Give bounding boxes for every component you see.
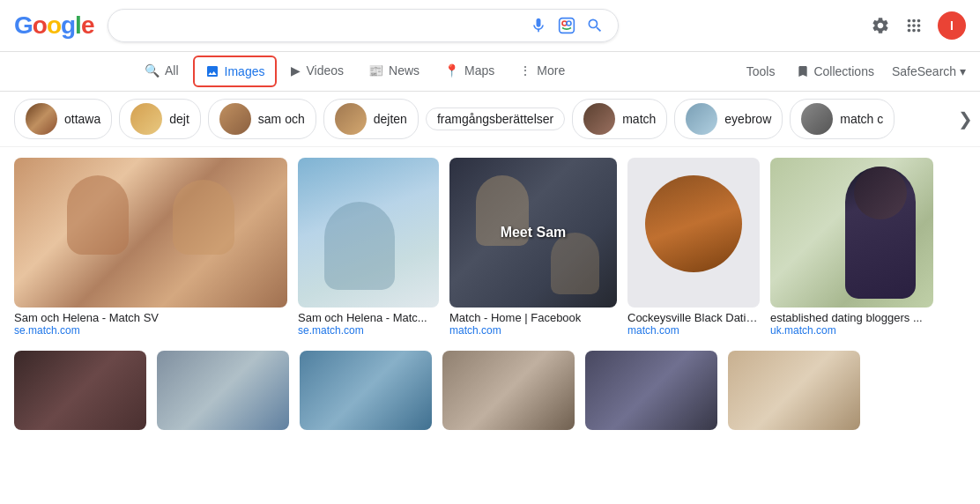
result-item-1-source: se.match.com — [14, 324, 287, 337]
chip-dejten-label: dejten — [374, 112, 407, 126]
safe-search-label: SafeSearch ▾ — [892, 64, 966, 78]
mic-icon — [530, 17, 547, 34]
chip-ottawa[interactable]: ottawa — [14, 99, 112, 139]
result-item-r2-2[interactable] — [157, 351, 289, 430]
result-item-2-image — [298, 158, 439, 308]
videos-icon: ▶ — [291, 63, 301, 78]
tab-maps-label: Maps — [464, 63, 494, 78]
svg-point-2 — [567, 21, 571, 26]
news-icon: 📰 — [368, 63, 383, 78]
tab-all[interactable]: 🔍 All — [132, 55, 191, 89]
settings-button[interactable] — [871, 16, 890, 35]
search-icons — [530, 17, 604, 34]
tab-videos[interactable]: ▶ Videos — [278, 55, 356, 89]
svg-rect-0 — [560, 19, 575, 33]
nav-tabs: 🔍 All Images ▶ Videos 📰 News 📍 Maps ⋮ Mo… — [0, 52, 980, 92]
lens-button[interactable] — [558, 17, 575, 34]
result-item-1[interactable]: Sam och Helena - Match SV se.match.com — [14, 158, 287, 337]
chip-eyebrow-label: eyebrow — [724, 112, 771, 126]
result-item-1-title: Sam och Helena - Match SV — [14, 311, 287, 324]
collections-button[interactable]: Collections — [796, 64, 873, 78]
chip-dejt[interactable]: dejt — [119, 99, 201, 139]
bookmark-icon — [796, 64, 810, 78]
chip-eyebrow-thumb — [686, 103, 717, 135]
result-item-r2-1[interactable] — [14, 351, 146, 430]
search-bar: site:match.com sam — [108, 9, 619, 42]
mic-button[interactable] — [530, 17, 547, 34]
search-button[interactable] — [586, 17, 604, 34]
filter-chips-bar: ottawa dejt sam och dejten framgångsberä… — [0, 92, 980, 147]
search-input[interactable]: site:match.com sam — [122, 18, 519, 33]
chip-match-thumb — [583, 103, 615, 135]
chip-match[interactable]: match — [572, 99, 667, 139]
result-item-r2-6-image — [728, 351, 860, 430]
tab-maps[interactable]: 📍 Maps — [432, 55, 507, 89]
result-item-1-image — [14, 158, 287, 308]
result-item-5-title: established dating bloggers ... — [770, 311, 933, 324]
nav-right-section: Tools Collections SafeSearch ▾ — [743, 56, 966, 87]
search-icon — [586, 17, 604, 34]
chip-dejten[interactable]: dejten — [323, 99, 419, 139]
result-item-4-source: match.com — [627, 324, 760, 337]
result-item-r2-4[interactable] — [442, 351, 575, 430]
safe-search-button[interactable]: SafeSearch ▾ — [892, 64, 966, 78]
chip-match-c[interactable]: match c — [790, 99, 895, 139]
results-row-1: Sam och Helena - Match SV se.match.com S… — [0, 147, 980, 340]
tab-news-label: News — [389, 63, 419, 78]
chip-framgangsberattelser-label: framgångsberättelser — [437, 112, 553, 126]
result-item-5-image — [770, 158, 933, 308]
result-item-r2-1-image — [14, 351, 146, 430]
chip-framgangsberattelser[interactable]: framgångsberättelser — [426, 107, 565, 130]
chip-dejten-thumb — [335, 103, 367, 135]
result-item-5-source: uk.match.com — [770, 324, 933, 337]
tab-videos-label: Videos — [306, 63, 344, 78]
result-item-3-source: match.com — [449, 324, 617, 337]
result-item-2[interactable]: Sam och Helena - Matc... se.match.com — [298, 158, 439, 337]
chip-match-c-thumb — [801, 103, 833, 135]
lens-icon — [558, 17, 575, 34]
images-tab-icon — [205, 64, 219, 78]
header-right: I — [871, 11, 966, 40]
all-icon: 🔍 — [145, 63, 160, 78]
result-item-r2-3[interactable] — [300, 351, 432, 430]
tools-label: Tools — [746, 64, 776, 78]
result-item-2-title: Sam och Helena - Matc... — [298, 311, 439, 324]
tools-button[interactable]: Tools — [743, 56, 779, 87]
result-item-3[interactable]: Meet Sam Match - Home | Facebook match.c… — [449, 158, 617, 337]
result-item-4[interactable]: Cockeysville Black Datin... match.com — [627, 158, 760, 337]
collections-label: Collections — [813, 64, 873, 78]
result-item-4-image — [627, 158, 760, 308]
apps-button[interactable] — [904, 16, 924, 35]
tab-more[interactable]: ⋮ More — [507, 55, 577, 89]
chip-sam-och[interactable]: sam och — [208, 99, 316, 139]
result-item-r2-5-image — [585, 351, 717, 430]
google-logo: Google — [14, 11, 93, 40]
result-item-5[interactable]: established dating bloggers ... uk.match… — [770, 158, 933, 337]
tab-images[interactable]: Images — [193, 56, 278, 87]
apps-icon — [904, 16, 924, 35]
tab-images-label: Images — [225, 64, 265, 78]
chip-eyebrow[interactable]: eyebrow — [674, 99, 783, 139]
result-item-3-image: Meet Sam — [449, 158, 617, 308]
tab-news[interactable]: 📰 News — [356, 55, 432, 89]
result-item-4-title: Cockeysville Black Datin... — [627, 311, 760, 324]
chip-ottawa-thumb — [26, 103, 57, 135]
chips-next-button[interactable]: ❯ — [951, 101, 980, 137]
result-item-2-source: se.match.com — [298, 324, 439, 337]
settings-icon — [871, 16, 890, 35]
chip-match-c-label: match c — [840, 112, 883, 126]
result-item-r2-2-image — [157, 351, 289, 430]
chip-match-label: match — [622, 112, 656, 126]
chip-ottawa-label: ottawa — [64, 112, 100, 126]
chip-dejt-label: dejt — [169, 112, 189, 126]
result-item-r2-6[interactable] — [728, 351, 860, 430]
user-avatar[interactable]: I — [938, 11, 966, 40]
chip-sam-och-label: sam och — [258, 112, 305, 126]
result-item-r2-4-image — [442, 351, 575, 430]
tab-all-label: All — [165, 63, 179, 78]
chip-sam-och-thumb — [219, 103, 251, 135]
maps-icon: 📍 — [444, 63, 459, 78]
tab-more-label: More — [537, 63, 565, 78]
result-item-r2-5[interactable] — [585, 351, 717, 430]
chip-dejt-thumb — [130, 103, 162, 135]
